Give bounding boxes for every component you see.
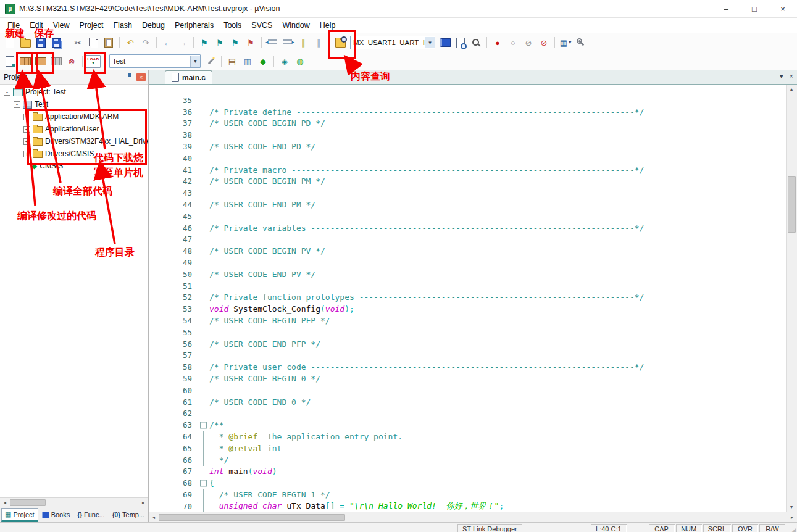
pack-installer-icon[interactable]: ◈ xyxy=(277,54,292,69)
project-panel-close-icon[interactable]: × xyxy=(136,73,146,81)
menu-flash[interactable]: Flash xyxy=(108,19,137,31)
scroll-down-icon[interactable]: ▾ xyxy=(787,502,796,512)
close-button[interactable]: × xyxy=(769,0,797,17)
menu-edit[interactable]: Edit xyxy=(25,19,48,31)
scroll-left-icon[interactable]: ◂ xyxy=(149,512,159,522)
window-layout-icon[interactable]: ▦▾ xyxy=(558,35,573,50)
hscroll-thumb[interactable] xyxy=(159,514,345,521)
editor-vscrollbar[interactable]: ▴ ▾ xyxy=(786,85,797,512)
scroll-right-icon[interactable]: ▸ xyxy=(138,498,148,507)
uncomment-selection-icon[interactable]: ∥ xyxy=(311,35,326,50)
build-icon[interactable] xyxy=(18,54,33,69)
resize-grip-icon[interactable]: ◢ xyxy=(786,523,797,532)
tree-expander-icon[interactable]: - xyxy=(14,101,20,108)
manage-project-items-icon[interactable]: ▥ xyxy=(240,54,255,69)
tree-expander-icon[interactable]: + xyxy=(23,138,30,145)
scroll-right-icon[interactable]: ▸ xyxy=(787,512,797,522)
copy-icon[interactable] xyxy=(86,35,101,50)
indent-icon[interactable] xyxy=(280,35,295,50)
stop-build-icon[interactable]: ⊗ xyxy=(64,54,79,69)
menu-project[interactable]: Project xyxy=(75,19,109,31)
tree-expander-icon[interactable]: + xyxy=(23,114,30,120)
navigate-back-icon[interactable]: ← xyxy=(160,35,175,50)
hscroll-thumb[interactable] xyxy=(10,499,46,506)
save-icon[interactable] xyxy=(33,35,48,50)
tree-row-application-mdk-arm[interactable]: +Application/MDK-ARM xyxy=(0,110,148,123)
tab-close-icon[interactable]: × xyxy=(790,72,793,80)
scroll-up-icon[interactable]: ▴ xyxy=(787,85,796,94)
tab-list-chevron-icon[interactable]: ▾ xyxy=(780,72,783,80)
navigate-forward-icon[interactable]: → xyxy=(175,35,190,50)
code-area[interactable]: 3536/* Private define ------------------… xyxy=(149,85,797,512)
maximize-button[interactable]: □ xyxy=(740,0,769,17)
manage-rte-icon[interactable]: ◆ xyxy=(256,54,270,69)
insert-breakpoint-icon[interactable]: ● xyxy=(490,35,505,50)
minimize-button[interactable]: – xyxy=(712,0,740,17)
menu-debug[interactable]: Debug xyxy=(137,19,170,31)
menu-help[interactable]: Help xyxy=(315,19,341,31)
line-number: 35 xyxy=(149,96,199,105)
disable-all-breakpoints-icon[interactable]: ⊘ xyxy=(521,35,536,50)
target-select[interactable]: Test ▾ xyxy=(109,54,201,68)
cut-icon[interactable]: ✂ xyxy=(70,35,85,50)
target-select-chevron-icon[interactable]: ▾ xyxy=(190,56,200,67)
menu-window[interactable]: Window xyxy=(277,19,314,31)
status-spacer xyxy=(523,523,590,532)
undo-icon[interactable]: ↶ xyxy=(123,35,138,50)
bookmark-previous-icon[interactable]: ⚑ xyxy=(212,35,227,50)
translate-file-icon[interactable] xyxy=(2,54,17,69)
panel-tab-temp[interactable]: {0}Temp... xyxy=(109,509,148,521)
menu-tools[interactable]: Tools xyxy=(219,19,246,31)
panel-tab-func[interactable]: {}Func... xyxy=(73,509,108,521)
find-in-page-icon[interactable] xyxy=(453,35,468,50)
software-packs-icon[interactable]: ◍ xyxy=(293,54,307,69)
find-icon[interactable] xyxy=(469,35,483,50)
tree-expander-icon[interactable]: + xyxy=(23,126,30,133)
open-file-icon[interactable] xyxy=(18,35,33,50)
menu-svcs[interactable]: SVCS xyxy=(246,19,277,31)
scroll-left-icon[interactable]: ◂ xyxy=(0,498,10,507)
fold-toggle-icon[interactable]: − xyxy=(200,480,207,486)
kill-all-breakpoints-icon[interactable]: ⊘ xyxy=(536,35,551,50)
menu-file[interactable]: File xyxy=(2,19,25,31)
tree-row-project-root[interactable]: -Project: Test xyxy=(0,86,148,98)
tree-row-drivers-cmsis[interactable]: +Drivers/CMSIS xyxy=(0,148,148,160)
menu-peripherals[interactable]: Peripherals xyxy=(170,19,219,31)
pin-icon[interactable] xyxy=(127,73,133,81)
fold-margin xyxy=(199,164,208,176)
tree-row-application-user[interactable]: +Application/User xyxy=(0,123,148,135)
panel-tab-project[interactable]: ▦Project xyxy=(1,508,38,522)
vscroll-thumb[interactable] xyxy=(788,176,796,233)
browse-symbols-icon[interactable] xyxy=(438,35,453,50)
rebuild-all-icon[interactable] xyxy=(33,54,48,69)
tab-main-c[interactable]: main.c xyxy=(165,70,212,84)
enable-disable-breakpoint-icon[interactable]: ○ xyxy=(506,35,520,50)
unindent-icon[interactable] xyxy=(265,35,280,50)
save-all-icon[interactable] xyxy=(49,35,64,50)
find-in-files-icon[interactable] xyxy=(333,35,348,50)
panel-tab-books[interactable]: Books xyxy=(38,509,74,521)
function-select[interactable]: MX_USART1_UART_Init ▾ xyxy=(350,36,435,49)
editor-hscrollbar[interactable]: ◂ ▸ xyxy=(149,512,797,522)
function-select-chevron-icon[interactable]: ▾ xyxy=(425,37,435,48)
options-for-target-icon[interactable] xyxy=(203,54,218,69)
bookmark-clear-all-icon[interactable]: ⚑ xyxy=(243,35,258,50)
new-file-icon[interactable] xyxy=(2,35,17,50)
tree-row-cmsis[interactable]: ◆CMSIS xyxy=(0,160,148,172)
file-extensions-icon[interactable]: ▤ xyxy=(225,54,240,69)
configure-icon[interactable] xyxy=(574,35,588,50)
paste-icon[interactable] xyxy=(101,35,116,50)
bookmark-next-icon[interactable]: ⚑ xyxy=(228,35,243,50)
project-panel-hscrollbar[interactable]: ◂ ▸ xyxy=(0,497,148,507)
comment-selection-icon[interactable]: ∥ xyxy=(296,35,311,50)
tree-expander-icon[interactable]: - xyxy=(4,89,10,96)
batch-build-icon[interactable] xyxy=(49,54,64,69)
bookmark-toggle-icon[interactable]: ⚑ xyxy=(197,35,212,50)
fold-toggle-icon[interactable]: − xyxy=(200,422,207,428)
tree-expander-icon[interactable]: + xyxy=(23,151,30,157)
download-icon[interactable]: LOAD▼ xyxy=(86,54,101,69)
tree-row-target-test[interactable]: -Test xyxy=(0,98,148,110)
redo-icon[interactable]: ↷ xyxy=(138,35,153,50)
menu-view[interactable]: View xyxy=(48,19,75,31)
tree-row-drivers-hal[interactable]: +Drivers/STM32F4xx_HAL_Driver xyxy=(0,135,148,148)
